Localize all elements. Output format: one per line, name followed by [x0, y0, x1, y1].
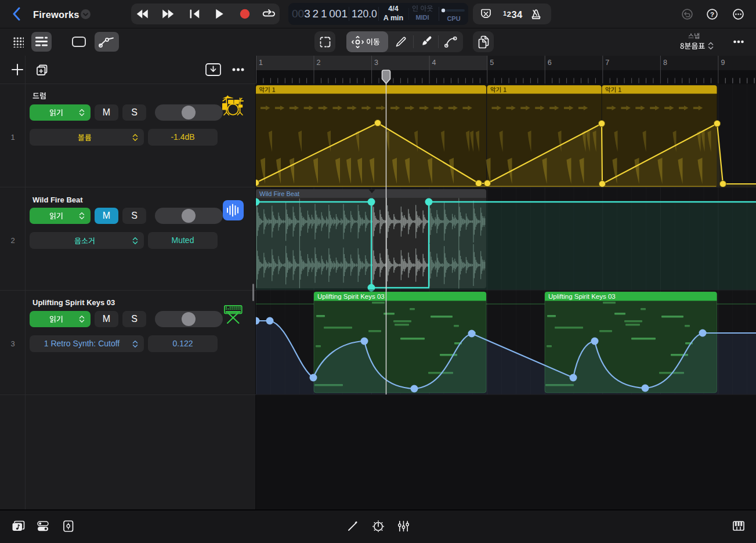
svg-text:8: 8: [663, 59, 667, 67]
svg-text:3: 3: [374, 59, 378, 67]
svg-text:1: 1: [503, 10, 507, 17]
svg-text:9: 9: [721, 59, 725, 67]
svg-text:2: 2: [317, 59, 321, 67]
svg-text:Wild Fire Beat: Wild Fire Beat: [259, 190, 299, 197]
svg-text:2: 2: [507, 10, 512, 19]
svg-text:7: 7: [605, 59, 609, 67]
svg-text:1: 1: [259, 59, 263, 67]
svg-text:?: ?: [710, 11, 714, 18]
svg-text:Uplifting Spirit Keys 03: Uplifting Spirit Keys 03: [317, 293, 385, 300]
svg-text:3: 3: [512, 9, 517, 20]
svg-text:4: 4: [432, 59, 436, 67]
svg-text:5: 5: [490, 59, 494, 67]
svg-text:Uplifting Spirit Keys 03: Uplifting Spirit Keys 03: [548, 293, 616, 300]
svg-text:6: 6: [548, 59, 552, 67]
svg-text:4: 4: [517, 9, 523, 20]
